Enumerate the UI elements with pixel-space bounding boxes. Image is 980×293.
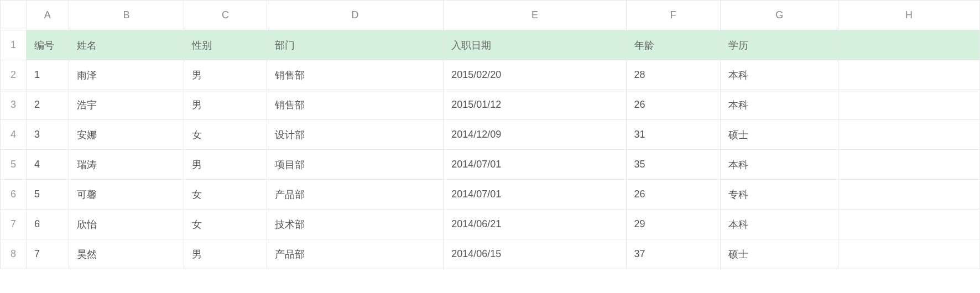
cell-D6[interactable]: 产品部 bbox=[267, 180, 444, 210]
cell-E6[interactable]: 2014/07/01 bbox=[444, 180, 626, 210]
cell-A2[interactable]: 1 bbox=[26, 60, 69, 90]
cell-B7[interactable]: 欣怡 bbox=[69, 210, 184, 239]
cell-F2[interactable]: 28 bbox=[626, 60, 720, 90]
cell-H7[interactable] bbox=[838, 210, 980, 239]
cell-H2[interactable] bbox=[838, 60, 980, 90]
row-header-4[interactable]: 4 bbox=[1, 120, 27, 150]
data-row: 6 5 可馨 女 产品部 2014/07/01 26 专科 bbox=[1, 180, 980, 210]
cell-F3[interactable]: 26 bbox=[626, 90, 720, 120]
row-header-3[interactable]: 3 bbox=[1, 90, 27, 120]
cell-H3[interactable] bbox=[838, 90, 980, 120]
cell-G5[interactable]: 本科 bbox=[721, 150, 838, 180]
cell-D2[interactable]: 销售部 bbox=[267, 60, 444, 90]
cell-C5[interactable]: 男 bbox=[184, 150, 267, 180]
cell-A5[interactable]: 4 bbox=[26, 150, 69, 180]
cell-B3[interactable]: 浩宇 bbox=[69, 90, 184, 120]
cell-E1[interactable]: 入职日期 bbox=[444, 30, 626, 60]
cell-E2[interactable]: 2015/02/20 bbox=[444, 60, 626, 90]
cell-A3[interactable]: 2 bbox=[26, 90, 69, 120]
cell-H8[interactable] bbox=[838, 239, 980, 269]
cell-B1[interactable]: 姓名 bbox=[69, 30, 184, 60]
cell-G8[interactable]: 硕士 bbox=[721, 239, 838, 269]
col-header-B[interactable]: B bbox=[69, 1, 184, 30]
cell-A8[interactable]: 7 bbox=[26, 239, 69, 269]
cell-D5[interactable]: 项目部 bbox=[267, 150, 444, 180]
row-header-5[interactable]: 5 bbox=[1, 150, 27, 180]
cell-F1[interactable]: 年龄 bbox=[626, 30, 720, 60]
cell-C1[interactable]: 性别 bbox=[184, 30, 267, 60]
cell-C2[interactable]: 男 bbox=[184, 60, 267, 90]
data-row: 2 1 雨泽 男 销售部 2015/02/20 28 本科 bbox=[1, 60, 980, 90]
cell-G1[interactable]: 学历 bbox=[721, 30, 838, 60]
col-header-F[interactable]: F bbox=[626, 1, 720, 30]
cell-H5[interactable] bbox=[838, 150, 980, 180]
cell-D3[interactable]: 销售部 bbox=[267, 90, 444, 120]
data-row-header: 1 编号 姓名 性别 部门 入职日期 年龄 学历 bbox=[1, 30, 980, 60]
cell-H4[interactable] bbox=[838, 120, 980, 150]
col-header-E[interactable]: E bbox=[444, 1, 626, 30]
cell-B2[interactable]: 雨泽 bbox=[69, 60, 184, 90]
data-row: 8 7 昊然 男 产品部 2014/06/15 37 硕士 bbox=[1, 239, 980, 269]
cell-F5[interactable]: 35 bbox=[626, 150, 720, 180]
cell-E3[interactable]: 2015/01/12 bbox=[444, 90, 626, 120]
cell-D1[interactable]: 部门 bbox=[267, 30, 444, 60]
spreadsheet-grid[interactable]: A B C D E F G H 1 编号 姓名 性别 部门 入职日期 年龄 学历… bbox=[0, 0, 980, 269]
select-all-corner[interactable] bbox=[1, 1, 27, 30]
row-header-8[interactable]: 8 bbox=[1, 239, 27, 269]
row-header-7[interactable]: 7 bbox=[1, 210, 27, 239]
row-header-2[interactable]: 2 bbox=[1, 60, 27, 90]
cell-G4[interactable]: 硕士 bbox=[721, 120, 838, 150]
column-header-row: A B C D E F G H bbox=[1, 1, 980, 30]
cell-E5[interactable]: 2014/07/01 bbox=[444, 150, 626, 180]
row-header-1[interactable]: 1 bbox=[1, 30, 27, 60]
col-header-G[interactable]: G bbox=[721, 1, 838, 30]
cell-A1[interactable]: 编号 bbox=[26, 30, 69, 60]
cell-C7[interactable]: 女 bbox=[184, 210, 267, 239]
col-header-D[interactable]: D bbox=[267, 1, 444, 30]
cell-H1[interactable] bbox=[838, 30, 980, 60]
cell-C6[interactable]: 女 bbox=[184, 180, 267, 210]
cell-D8[interactable]: 产品部 bbox=[267, 239, 444, 269]
cell-D4[interactable]: 设计部 bbox=[267, 120, 444, 150]
cell-C3[interactable]: 男 bbox=[184, 90, 267, 120]
col-header-C[interactable]: C bbox=[184, 1, 267, 30]
cell-B6[interactable]: 可馨 bbox=[69, 180, 184, 210]
data-row: 5 4 瑞涛 男 项目部 2014/07/01 35 本科 bbox=[1, 150, 980, 180]
row-header-6[interactable]: 6 bbox=[1, 180, 27, 210]
data-row: 3 2 浩宇 男 销售部 2015/01/12 26 本科 bbox=[1, 90, 980, 120]
cell-B5[interactable]: 瑞涛 bbox=[69, 150, 184, 180]
cell-G3[interactable]: 本科 bbox=[721, 90, 838, 120]
data-row: 4 3 安娜 女 设计部 2014/12/09 31 硕士 bbox=[1, 120, 980, 150]
cell-A6[interactable]: 5 bbox=[26, 180, 69, 210]
cell-F6[interactable]: 26 bbox=[626, 180, 720, 210]
col-header-H[interactable]: H bbox=[838, 1, 980, 30]
cell-C4[interactable]: 女 bbox=[184, 120, 267, 150]
cell-F7[interactable]: 29 bbox=[626, 210, 720, 239]
cell-G7[interactable]: 本科 bbox=[721, 210, 838, 239]
cell-C8[interactable]: 男 bbox=[184, 239, 267, 269]
cell-E7[interactable]: 2014/06/21 bbox=[444, 210, 626, 239]
cell-G6[interactable]: 专科 bbox=[721, 180, 838, 210]
cell-A7[interactable]: 6 bbox=[26, 210, 69, 239]
cell-B8[interactable]: 昊然 bbox=[69, 239, 184, 269]
cell-F4[interactable]: 31 bbox=[626, 120, 720, 150]
col-header-A[interactable]: A bbox=[26, 1, 69, 30]
cell-G2[interactable]: 本科 bbox=[721, 60, 838, 90]
data-row: 7 6 欣怡 女 技术部 2014/06/21 29 本科 bbox=[1, 210, 980, 239]
cell-D7[interactable]: 技术部 bbox=[267, 210, 444, 239]
cell-B4[interactable]: 安娜 bbox=[69, 120, 184, 150]
cell-A4[interactable]: 3 bbox=[26, 120, 69, 150]
cell-H6[interactable] bbox=[838, 180, 980, 210]
cell-F8[interactable]: 37 bbox=[626, 239, 720, 269]
cell-E4[interactable]: 2014/12/09 bbox=[444, 120, 626, 150]
cell-E8[interactable]: 2014/06/15 bbox=[444, 239, 626, 269]
